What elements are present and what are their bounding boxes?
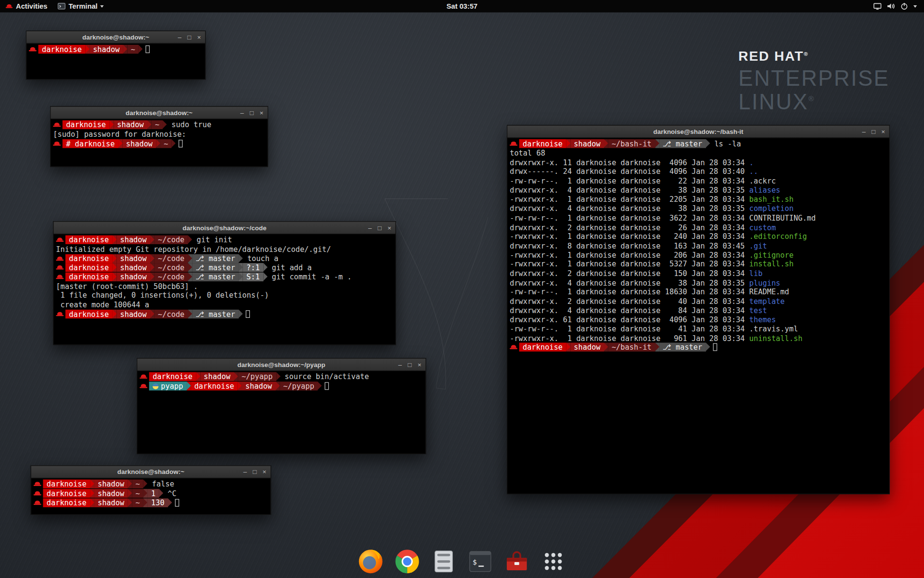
prompt-segment-path: ~/code	[154, 263, 188, 272]
redhat-icon	[510, 140, 517, 148]
terminal-window: darknoise@shadow:~/pyapp – □ × darknoise…	[137, 358, 426, 454]
prompt-segment-user: darknoise	[63, 120, 110, 129]
terminal-text: 1 file changed, 0 insertions(+), 0 delet…	[56, 291, 269, 300]
maximize-button[interactable]: □	[378, 224, 382, 231]
close-button[interactable]: ×	[387, 224, 391, 231]
terminal-app-icon[interactable]: $	[467, 549, 493, 575]
maximize-button[interactable]: □	[408, 361, 411, 368]
window-titlebar[interactable]: darknoise@shadow:~/pyapp – □ ×	[137, 358, 425, 371]
brand-line-linux: LINUX®	[738, 91, 889, 113]
close-button[interactable]: ×	[197, 34, 201, 40]
powerline-arrow	[150, 254, 154, 263]
minimize-button[interactable]: –	[862, 128, 866, 134]
prompt-segment-exit: 1	[148, 489, 159, 498]
powerline-arrow	[172, 139, 176, 148]
terminal-content[interactable]: darknoiseshadow~	[26, 44, 205, 55]
brand-line-redhat: RED HAT®	[738, 50, 889, 63]
terminal-content[interactable]: darknoiseshadow~/pyapp source bin/activa…	[137, 371, 425, 392]
terminal-content[interactable]: darknoiseshadow~/bash-it⎇ master ls -lat…	[507, 138, 889, 354]
maximize-button[interactable]: □	[187, 34, 191, 40]
minimize-button[interactable]: –	[243, 469, 247, 475]
firefox-icon-art	[358, 549, 384, 575]
prompt-segment-user: darknoise	[519, 343, 566, 352]
powerline-arrow	[156, 139, 160, 148]
terminal-window: darknoise@shadow:~/bash-it – □ × darknoi…	[507, 125, 890, 495]
close-button[interactable]: ×	[881, 128, 885, 134]
minimize-button[interactable]: –	[368, 224, 372, 231]
window-controls: – □ ×	[862, 126, 885, 137]
terminal-content[interactable]: darknoiseshadow~ falsedarknoiseshadow~1 …	[31, 478, 270, 509]
files-icon[interactable]	[431, 549, 457, 575]
prompt-segment-user: darknoise	[43, 480, 90, 488]
terminal-line: drwxrwxr-x. 2 darknoise darknoise 26 Jan…	[510, 223, 887, 232]
minimize-button[interactable]: –	[178, 34, 182, 40]
window-controls: – □ ×	[398, 358, 421, 370]
window-titlebar[interactable]: darknoise@shadow:~ – □ ×	[26, 31, 205, 44]
terminal-text: drwxrwxr-x. 2 darknoise darknoise 26 Jan…	[510, 223, 749, 231]
terminal-text: test	[749, 306, 767, 315]
minimize-button[interactable]: –	[240, 109, 244, 116]
powerline-arrow	[263, 263, 268, 272]
terminal-text: sudo true	[167, 120, 211, 129]
activities-button[interactable]: Activities	[0, 0, 52, 13]
python-icon	[153, 383, 158, 389]
powerline-arrow	[188, 254, 192, 263]
terminal-line: drwxrwxr-x. 4 darknoise darknoise 38 Jan…	[510, 278, 887, 287]
system-status-area[interactable]	[870, 0, 920, 13]
powerline-arrow	[90, 489, 94, 498]
desktop: RED HAT® ENTERPRISE LINUX® Activities Te…	[0, 0, 924, 578]
powerline-arrow	[139, 45, 143, 53]
terminal-text: -rwxrwxr-x. 1 darknoise darknoise 240 Ja…	[510, 232, 749, 240]
redhat-icon	[56, 255, 64, 263]
window-controls: – □ ×	[243, 466, 266, 477]
prompt-segment-host: shadow	[122, 139, 156, 148]
terminal-text: git add a	[268, 263, 312, 272]
terminal-cursor	[175, 499, 180, 507]
powerline-arrow	[276, 372, 281, 381]
chrome-icon[interactable]	[394, 549, 420, 575]
terminal-content[interactable]: darknoiseshadow~/code git initInitialize…	[53, 234, 395, 320]
window-titlebar[interactable]: darknoise@shadow:~ – □ ×	[31, 466, 270, 478]
maximize-button[interactable]: □	[250, 109, 254, 116]
close-button[interactable]: ×	[418, 361, 422, 368]
close-button[interactable]: ×	[263, 469, 267, 475]
prompt-segment-host: shadow	[242, 381, 276, 390]
close-button[interactable]: ×	[259, 109, 263, 116]
prompt-segment-host: shadow	[90, 45, 123, 53]
window-titlebar[interactable]: darknoise@shadow:~/code – □ ×	[53, 222, 395, 234]
app-grid-icon[interactable]	[540, 549, 566, 575]
window-titlebar[interactable]: darknoise@shadow:~ – □ ×	[51, 107, 268, 119]
terminal-text: README.md	[749, 288, 789, 296]
terminal-text: drwx------. 24 darknoise darknoise 4096 …	[510, 167, 749, 176]
minimize-button[interactable]: –	[398, 361, 402, 368]
redhat-icon	[34, 489, 41, 497]
terminal-app-icon-art: $	[467, 549, 493, 575]
redhat-icon	[510, 343, 517, 351]
prompt-segment-path: ~	[152, 120, 163, 129]
maximize-button[interactable]: □	[872, 128, 875, 134]
terminal-line: darknoiseshadow~/pyapp source bin/activa…	[140, 372, 423, 381]
redhat-icon	[56, 264, 64, 272]
terminal-text: [master (root-commit) 50bcb63] .	[56, 282, 198, 290]
clock[interactable]: Sat 03:57	[442, 0, 482, 13]
terminal-text: -rwxrwxr-x. 1 darknoise darknoise 961 Ja…	[510, 334, 749, 342]
app-menu-terminal[interactable]: Terminal	[52, 0, 109, 13]
terminal-text: lib	[749, 269, 763, 277]
powerline-arrow	[188, 236, 192, 244]
window-titlebar[interactable]: darknoise@shadow:~/bash-it – □ ×	[507, 126, 889, 138]
terminal-text: completion	[749, 204, 794, 213]
maximize-button[interactable]: □	[253, 469, 257, 475]
firefox-icon[interactable]	[358, 549, 384, 575]
powerline-arrow	[655, 343, 659, 352]
powerline-arrow	[196, 372, 200, 381]
toolbox-icon[interactable]	[504, 549, 530, 575]
terminal-line: -rw-rw-r--. 1 darknoise darknoise 3622 J…	[510, 213, 887, 223]
terminal-cursor	[179, 140, 183, 147]
powerline-arrow	[147, 120, 152, 129]
chevron-down-icon	[101, 5, 104, 7]
powerline-arrow	[128, 489, 132, 498]
prompt-segment-git: ⎇ master	[192, 273, 239, 281]
prompt-segment-path: ~/code	[154, 310, 188, 318]
terminal-line: darknoiseshadow~/bash-it⎇ master ls -la	[510, 139, 887, 148]
terminal-content[interactable]: darknoiseshadow~ sudo true[sudo] passwor…	[51, 119, 268, 149]
